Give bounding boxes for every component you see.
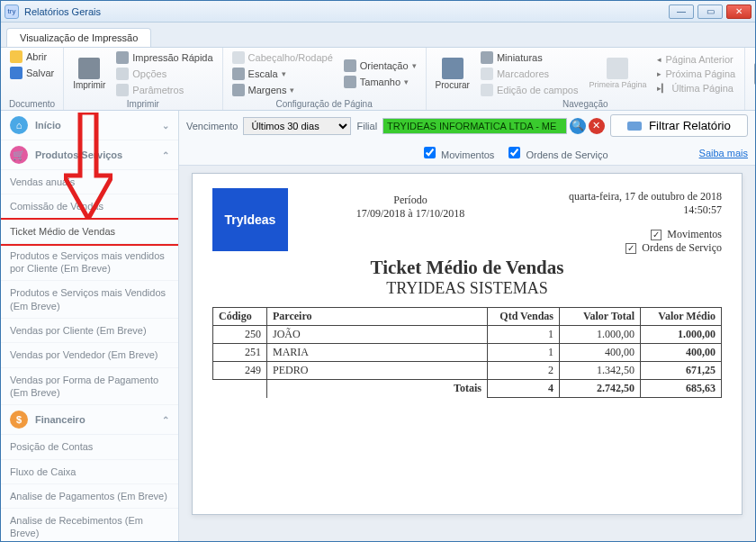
tab-print-preview[interactable]: Visualização de Impressão (6, 28, 151, 47)
ribbon: Abrir Salvar Documento Imprimir Impressã… (1, 48, 755, 111)
sidebar-item-vendas-anuais[interactable]: Vendas anuais (1, 170, 178, 194)
filial-label: Filial (356, 121, 377, 131)
scale-button[interactable]: Escala▾ (230, 67, 335, 81)
zoom-mouse-button[interactable] (752, 62, 756, 86)
sidebar-item-vendas-cliente[interactable]: Vendas por Cliente (Em Breve) (1, 319, 178, 343)
orientation-button[interactable]: Orientação▾ (342, 59, 418, 73)
header-icon (232, 51, 245, 64)
sidebar-cat-inicio[interactable]: ⌂ Início⌄ (1, 111, 178, 140)
table-row: 249 PEDRO 2 1.342,50 671,25 (213, 362, 722, 380)
report-logo: TryIdeas (212, 188, 288, 251)
close-button[interactable]: ✕ (726, 5, 752, 19)
edit-fields-button[interactable]: Edição de campos (479, 83, 580, 97)
sidebar-cat-produtos[interactable]: 🛒 Produtos/Serviços⌃ (1, 140, 178, 170)
chk-os[interactable]: Ordens de Serviço (505, 144, 608, 161)
filial-wrapper: 🔍 ✕ (382, 118, 605, 134)
app-icon: try (4, 5, 19, 19)
periodo-range: 17/09/2018 à 17/10/2018 (304, 207, 517, 221)
first-page-button[interactable]: Primeira Página (587, 57, 648, 90)
titlebar: try Relatórios Gerais — ▭ ✕ (1, 1, 755, 23)
col-codigo: Código (213, 308, 267, 326)
table-row: 250 JOÃO 1 1.000,00 1.000,00 (213, 326, 722, 344)
ribbon-group-page: Cabeçalho/Rodapé Escala▾ Margens▾ Orient… (223, 48, 427, 110)
folder-icon (10, 50, 22, 63)
sidebar-item-vendas-vendedor[interactable]: Vendas por Vendedor (Em Breve) (1, 343, 178, 367)
ribbon-group-print: Imprimir Impressão Rápida Opções Parâmet… (64, 48, 222, 110)
quick-print-button[interactable]: Impressão Rápida (114, 50, 214, 65)
sidebar: ⌂ Início⌄ 🛒 Produtos/Serviços⌃ Vendas an… (1, 111, 179, 542)
filial-search-button[interactable]: 🔍 (570, 118, 586, 134)
filter-icon (627, 122, 642, 131)
report-viewport[interactable]: TryIdeas Período 17/09/2018 à 17/10/2018… (179, 166, 755, 542)
gear-icon (116, 68, 129, 80)
sidebar-item-prod-cliente[interactable]: Produtos e Serviços mais vendidos por Cl… (1, 244, 178, 282)
bookmarks-button[interactable]: Marcadores (479, 67, 580, 81)
col-qtd: Qtd Vendas (488, 308, 560, 326)
table-totals: Totais 4 2.742,50 685,63 (213, 380, 722, 398)
sidebar-item-analise-pag[interactable]: Analise de Pagamentos (Em Breve) (1, 484, 178, 509)
ribbon-group-nav: Procurar Miniaturas Marcadores Edição de… (427, 48, 746, 110)
header-footer-button[interactable]: Cabeçalho/Rodapé (230, 50, 335, 65)
saiba-mais-link[interactable]: Saiba mais (699, 148, 748, 158)
size-button[interactable]: Tamanho▾ (342, 75, 418, 89)
print-button[interactable]: Imprimir (71, 57, 107, 91)
group-caption: Configuração de Página (230, 99, 418, 109)
disk-icon (10, 67, 22, 79)
group-caption: Zoom (752, 99, 756, 109)
prev-page-button[interactable]: ◂Página Anterior (655, 53, 737, 66)
sidebar-item-comissao[interactable]: Comissão de Vendas (1, 194, 178, 219)
col-medio: Valor Médio (641, 308, 722, 326)
print-params-button[interactable]: Parâmetros (114, 83, 214, 97)
margins-button[interactable]: Margens▾ (230, 83, 335, 97)
col-parceiro: Parceiro (267, 308, 488, 326)
sidebar-item-ticket-medio[interactable]: Ticket Médio de Vendas (1, 220, 178, 244)
report-chk-os: ✓Ordens de Serviço (533, 241, 722, 255)
chk-movimentos[interactable]: Movimentos (420, 144, 494, 161)
open-button[interactable]: Abrir (8, 50, 49, 64)
last-page-button[interactable]: ▸▎Última Página (655, 82, 737, 95)
periodo-label: Período (304, 194, 517, 207)
main-panel: Vencimento Últimos 30 dias Filial 🔍 ✕ Fi… (179, 111, 755, 542)
edit-icon (481, 84, 493, 96)
sidebar-item-fluxo-caixa[interactable]: Fluxo de Caixa (1, 460, 178, 484)
printer-icon (78, 58, 100, 79)
print-options-button[interactable]: Opções (114, 67, 214, 81)
filial-clear-button[interactable]: ✕ (589, 118, 605, 134)
page-size-icon (344, 76, 356, 88)
filter-bar: Vencimento Últimos 30 dias Filial 🔍 ✕ Fi… (179, 111, 755, 166)
cart-icon: 🛒 (10, 146, 28, 164)
close-icon: ✕ (592, 120, 600, 131)
save-button[interactable]: Salvar (8, 66, 56, 80)
maximize-button[interactable]: ▭ (698, 5, 723, 19)
finance-icon: $ (10, 411, 28, 429)
vencimento-label: Vencimento (186, 121, 238, 131)
tab-strip: Visualização de Impressão (1, 23, 755, 48)
thumbnails-icon (481, 51, 493, 64)
first-page-icon (607, 58, 628, 79)
sidebar-cat-financeiro[interactable]: $ Financeiro⌃ (1, 405, 178, 435)
sidebar-item-prod-vendidos[interactable]: Produtos e Serviços mais Vendidos (Em Br… (1, 281, 178, 319)
next-page-button[interactable]: ▸Próxima Página (655, 68, 737, 80)
filial-field[interactable] (382, 118, 567, 134)
report-time: 14:50:57 (533, 203, 722, 217)
scale-icon (232, 68, 245, 80)
ribbon-group-document: Abrir Salvar Documento (1, 48, 64, 110)
margins-icon (232, 84, 245, 96)
group-caption: Navegação (434, 99, 738, 109)
group-caption: Imprimir (71, 99, 214, 109)
report-chk-mov: ✓Movimentos (533, 228, 722, 241)
search-icon (442, 58, 464, 79)
sidebar-item-posicao-contas[interactable]: Posição de Contas (1, 435, 178, 459)
orientation-icon (344, 59, 356, 72)
sidebar-item-vendas-pagamento[interactable]: Vendas por Forma de Pagamento (Em Breve) (1, 368, 178, 406)
vencimento-select[interactable]: Últimos 30 dias (243, 117, 351, 135)
group-caption: Documento (8, 99, 56, 109)
search-button[interactable]: Procurar (434, 57, 472, 91)
minimize-button[interactable]: — (669, 5, 694, 19)
col-total: Valor Total (560, 308, 641, 326)
sidebar-item-analise-rec[interactable]: Analise de Recebimentos (Em Breve) (1, 509, 178, 542)
table-row: 251 MARIA 1 400,00 400,00 (213, 344, 722, 362)
thumbnails-button[interactable]: Miniaturas (479, 50, 580, 65)
home-icon: ⌂ (10, 116, 28, 134)
filter-report-button[interactable]: Filtrar Relatório (610, 114, 748, 137)
